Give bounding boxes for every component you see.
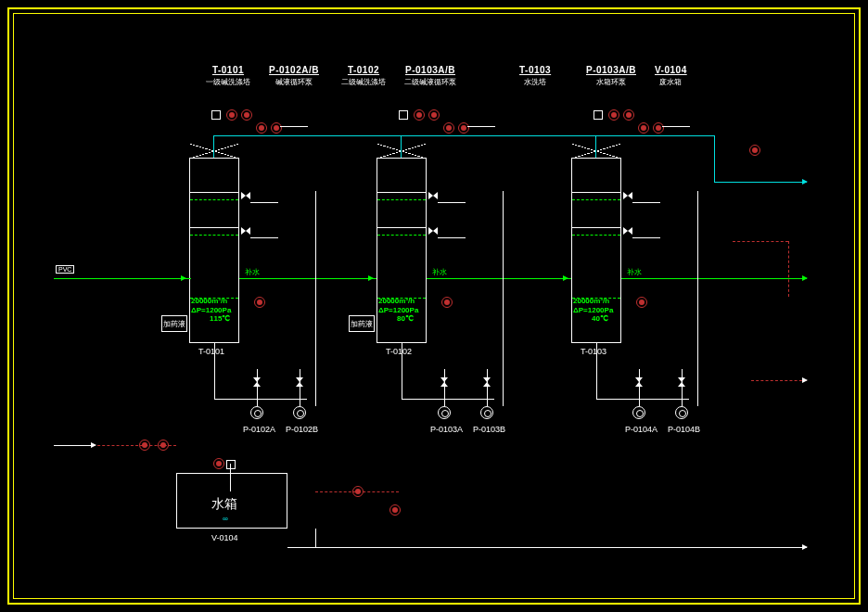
equip-header: P-0103A/B水箱环泵 xyxy=(586,65,636,87)
valve-icon xyxy=(678,377,685,387)
equip-tag: T-0102 xyxy=(341,65,386,75)
valve-icon xyxy=(635,377,643,387)
inst-tag-line xyxy=(467,119,495,127)
inst-box-icon xyxy=(594,110,603,120)
pipe-gas-2-3 xyxy=(427,278,571,279)
valve-icon xyxy=(241,227,250,235)
inst-tag-line xyxy=(280,119,308,127)
pipe-pump-suction xyxy=(682,369,683,406)
pipe-recycle-riser xyxy=(503,191,504,406)
arrow-icon xyxy=(802,179,808,185)
equip-header: T-0101一级碱洗涤塔 xyxy=(206,65,250,87)
tower-tag: T-0101 xyxy=(198,347,224,356)
equip-header: T-0103水洗塔 xyxy=(519,65,551,87)
inst-tag-line xyxy=(662,119,690,127)
valve-icon xyxy=(253,377,261,387)
control-line xyxy=(788,241,789,297)
pipe-recycle-riser xyxy=(315,191,316,406)
pump-icon xyxy=(250,406,263,419)
inst-box-icon xyxy=(399,110,408,120)
pipe-pump-suction xyxy=(639,369,640,406)
pump-tag: P-0102B xyxy=(286,425,318,434)
pump-tag: P-0104A xyxy=(625,425,657,434)
valve-icon xyxy=(428,227,438,235)
pump-tag: P-0103B xyxy=(473,425,505,434)
tank-label: 水箱 xyxy=(211,496,237,513)
pump-icon xyxy=(675,406,688,419)
arrow-icon xyxy=(181,275,186,281)
tower-stats: 20000m³/hΔP=1200Pa80℃ xyxy=(378,297,418,324)
control-line xyxy=(733,241,788,242)
instrument-icon xyxy=(441,297,453,308)
pipe-ov-d2 xyxy=(401,135,402,158)
pump-icon xyxy=(480,406,493,419)
equip-desc: 废水箱 xyxy=(655,77,687,87)
instrument-icon xyxy=(139,440,150,451)
instrument-icon xyxy=(241,109,252,121)
valve-icon xyxy=(623,227,632,235)
pipe-to-pump-1 xyxy=(214,399,307,400)
instrument-icon xyxy=(226,109,237,121)
instrument-icon xyxy=(638,122,649,134)
control-line xyxy=(751,380,807,381)
pipe-left-in xyxy=(54,445,91,446)
equip-desc: 水洗塔 xyxy=(519,77,551,87)
pipe-waste-gas-in xyxy=(54,278,191,279)
spray-tier-tag xyxy=(438,195,466,203)
instrument-icon xyxy=(213,458,224,469)
tower-tag: T-0103 xyxy=(581,347,606,356)
instrument-icon xyxy=(636,297,647,308)
arrow-icon xyxy=(802,377,808,383)
pipe-drain-1 xyxy=(214,343,215,399)
pipe-bottom-discharge xyxy=(287,547,807,548)
spray-tier-tag xyxy=(250,230,278,238)
pipe-drain-2 xyxy=(402,343,402,399)
equip-tag: P-0103A/B xyxy=(404,65,456,75)
pipe-ov-d3 xyxy=(595,135,596,158)
valve-icon xyxy=(428,192,438,199)
equip-header: T-0102二级碱洗涤塔 xyxy=(341,65,386,87)
spray-tier-tag xyxy=(632,230,660,238)
valve-icon xyxy=(440,377,448,387)
instrument-icon xyxy=(256,122,267,134)
infinity-icon: ∞ xyxy=(223,515,228,523)
makeup-water-label: 补水 xyxy=(627,267,642,277)
instrument-icon xyxy=(623,109,634,121)
pipe-pump-suction xyxy=(487,369,488,406)
equip-desc: 二级碱洗涤塔 xyxy=(341,77,386,87)
pipe-recycle-riser xyxy=(697,191,698,406)
equip-desc: 二级碱液循环泵 xyxy=(404,77,456,87)
equip-header: V-0104废水箱 xyxy=(655,65,687,87)
valve-icon xyxy=(241,192,250,199)
valve-icon xyxy=(483,377,491,387)
pump-icon xyxy=(293,406,306,419)
pipe-ov-d1 xyxy=(213,135,214,158)
pipe-tank-out xyxy=(315,529,316,547)
pump-tag: P-0102A xyxy=(243,425,275,434)
instrument-icon xyxy=(158,440,169,451)
equip-desc: 一级碱洗涤塔 xyxy=(206,77,250,87)
pipe-ov-d4 xyxy=(714,135,715,182)
valve-icon xyxy=(296,377,303,387)
makeup-water-label: 补水 xyxy=(245,267,260,277)
makeup-water-label: 补水 xyxy=(432,267,447,277)
arrow-icon xyxy=(91,442,96,448)
tower-stats: 20000m³/hΔP=1200Pa40℃ xyxy=(573,297,613,324)
spray-tier-tag xyxy=(438,230,466,238)
pump-tag: P-0104B xyxy=(668,425,700,434)
pipe-pump-suction xyxy=(444,369,445,406)
arrow-icon xyxy=(802,275,808,281)
pipe-to-pump-3 xyxy=(596,399,689,400)
equip-desc: 水箱环泵 xyxy=(586,77,636,87)
arrow-icon xyxy=(368,275,374,281)
pipe-to-pump-2 xyxy=(402,399,494,400)
instrument-icon xyxy=(749,145,760,156)
equip-tag: T-0101 xyxy=(206,65,250,75)
instrument-icon xyxy=(352,486,364,497)
tower-stats: 20000m³/hΔP=1200Pa115℃ xyxy=(191,297,231,324)
equip-tag: T-0103 xyxy=(519,65,551,75)
pump-icon xyxy=(438,406,451,419)
pump-tag: P-0103A xyxy=(430,425,463,434)
cad-canvas: T-0101一级碱洗涤塔P-0102A/B碱液循环泵T-0102二级碱洗涤塔P-… xyxy=(0,0,868,612)
pipe-ov-out xyxy=(714,182,807,183)
